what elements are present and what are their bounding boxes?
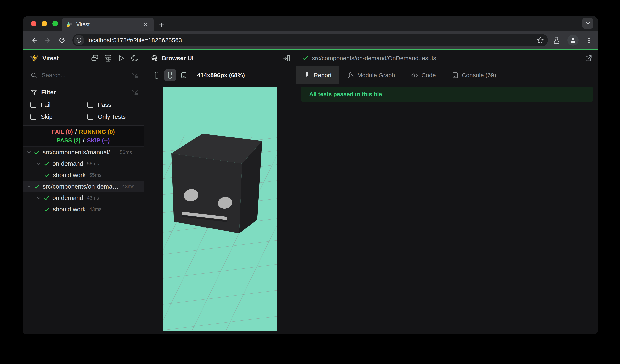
filter-checkbox-only-tests[interactable]: Only Tests [88,113,139,120]
robot-cube-scene [163,87,277,332]
clear-search-filter-icon[interactable] [131,72,139,79]
search-row [23,66,144,84]
tab-console[interactable]: Console (69) [444,66,504,84]
run-all-icon[interactable] [117,54,125,62]
pass-check-icon [302,55,309,61]
tab-strip: Vitest [23,16,598,31]
vitest-app: Vitest [23,50,598,334]
test-tree: src/components/manual/… 56ms on demand 5… [23,147,144,334]
report-panel: src/components/on-demand/OnDemand.test.t… [296,50,598,334]
theme-toggle-moon-icon[interactable] [130,54,139,62]
all-tests-passed-banner: All tests passed in this file [301,87,593,102]
viewport-size-label: 414x896px (68%) [197,72,245,79]
close-window-button[interactable] [31,21,36,26]
tab-module-graph[interactable]: Module Graph [339,66,403,84]
pass-check-icon [44,195,49,201]
collapse-panels-icon[interactable] [91,54,99,62]
test-case-row[interactable]: should work 55ms [23,169,144,181]
pass-check-icon [34,149,40,156]
sidebar-header: Vitest [23,50,144,66]
checkbox[interactable] [30,102,36,108]
current-file-path: src/components/on-demand/OnDemand.test.t… [312,55,585,62]
tab-search-button[interactable] [582,17,593,29]
tab-title: Vitest [76,21,142,28]
back-button[interactable] [28,34,40,46]
test-suite-row[interactable]: on demand 56ms [23,158,144,169]
dashboard-icon[interactable] [104,54,112,62]
chevron-down-icon[interactable] [36,161,42,167]
clear-filter-icon[interactable] [131,89,139,96]
running-count: RUNNING (0) [79,127,115,136]
bookmark-star-icon[interactable] [536,36,544,44]
checkbox[interactable] [30,114,36,120]
code-icon [411,72,418,79]
chevron-down-icon[interactable] [26,184,32,189]
duration: 43ms [89,206,101,212]
test-status-summary: FAIL (0) / RUNNING (0) PASS (2) / SKIP (… [23,126,144,147]
device-toolbar: 414x896px (68%) [144,66,296,84]
test-case-row[interactable]: should work 43ms [23,204,144,215]
url-text[interactable]: localhost:5173/#/?file=1828625563 [88,37,536,44]
browser-menu-icon[interactable] [586,37,593,44]
tab-code[interactable]: Code [403,66,444,84]
filter-title: Filter [41,89,131,96]
duration: 55ms [89,172,101,178]
report-tabs: Report Module Graph Code [296,66,598,84]
maximize-window-button[interactable] [52,21,58,26]
device-tablet-icon[interactable] [178,69,190,81]
duration: 43ms [122,184,134,189]
test-suite-row[interactable]: on demand 43ms [23,192,144,204]
vitest-favicon-icon [66,21,72,27]
robot-cube [171,133,262,233]
profile-avatar[interactable] [567,34,579,46]
duration: 56ms [120,149,132,155]
test-file-row-selected[interactable]: src/components/on-dema… 43ms [23,181,144,192]
preview-area [144,84,296,334]
duration: 56ms [87,161,99,167]
report-header: src/components/on-demand/OnDemand.test.t… [296,50,598,66]
browser-ui-header: Browser UI [144,50,296,66]
module-graph-icon [347,72,354,79]
fail-count: FAIL (0) [51,127,73,136]
filter-funnel-icon [30,89,37,96]
toolbar-right [551,34,593,46]
test-file-row[interactable]: src/components/manual/… 56ms [23,147,144,158]
pass-check-icon [34,184,40,189]
browser-tab[interactable]: Vitest [62,17,154,31]
filter-checkbox-pass[interactable]: Pass [88,101,139,108]
checkbox[interactable] [88,114,93,120]
chevron-down-icon[interactable] [26,150,32,155]
dock-panel-right-icon[interactable] [283,54,291,62]
duration: 43ms [87,195,99,201]
minimize-window-button[interactable] [42,21,47,26]
reload-button[interactable] [56,34,67,46]
chevron-down-icon[interactable] [36,195,42,201]
filter-checkbox-skip[interactable]: Skip [30,113,88,120]
browser-window: Vitest [23,16,598,334]
traffic-lights [31,21,58,26]
pass-check-icon [44,206,50,212]
tested-app-viewport[interactable] [163,87,277,332]
pass-count: PASS (2) [57,136,80,145]
device-phone-icon[interactable] [151,69,163,81]
browser-ui-panel: Browser UI [144,50,296,334]
new-tab-button[interactable] [157,20,166,29]
experiments-flask-icon[interactable] [553,36,561,44]
search-icon [30,72,37,79]
globe-icon [151,55,158,62]
tab-report[interactable]: Report [296,66,339,84]
browser-toolbar: localhost:5173/#/?file=1828625563 [23,31,598,49]
panel-title: Browser UI [162,55,193,62]
forward-button[interactable] [42,34,54,46]
clipboard-icon [304,72,310,79]
device-phone-plus-icon[interactable] [164,69,176,81]
address-bar[interactable]: localhost:5173/#/?file=1828625563 [72,34,548,46]
filter-checkbox-fail[interactable]: Fail [30,101,88,108]
search-input[interactable] [42,72,117,79]
checkbox[interactable] [88,102,93,108]
vitest-logo-icon [30,54,39,63]
tab-close-icon[interactable] [142,21,149,28]
pass-check-icon [44,172,50,178]
site-info-icon[interactable] [74,35,84,45]
open-external-icon[interactable] [585,54,593,62]
